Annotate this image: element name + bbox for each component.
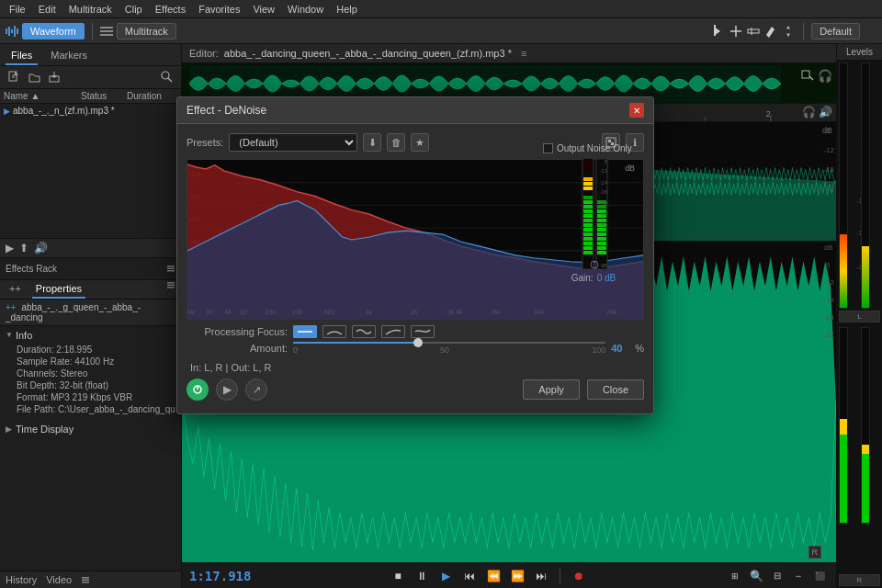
zoom-full-button[interactable]: ⬛ [810,567,829,585]
r-channel-label-lower: R [839,574,880,586]
history-tab[interactable]: History [6,574,37,585]
io-label: In: L, R | Out: L, R [187,362,644,373]
menu-multitrack[interactable]: Multitrack [63,2,118,17]
preset-download-button[interactable]: ⬇ [363,133,381,152]
workspace-default-button[interactable]: Default [811,23,860,40]
effects-rack-menu-icon[interactable] [166,264,175,273]
presets-dropdown[interactable]: (Default) [229,133,357,152]
r-lower-yellow [862,445,869,455]
focus-curve2-button[interactable] [352,325,376,338]
preset-favorite-button[interactable]: ★ [411,133,429,152]
db-scale-lower: dB -6 -12 -18 -24 -27 [823,243,834,339]
level-meter-l-lower [839,327,859,573]
zoom-out-button[interactable]: ⊟ [768,567,786,585]
menu-window[interactable]: Window [282,2,329,17]
amount-row: Amount: 0 50 100 40 % [187,342,644,355]
fast-forward-button[interactable]: ⏩ [508,567,526,585]
focus-flat-button[interactable] [293,325,317,338]
preset-delete-button[interactable]: 🗑 [387,133,405,152]
razor-tool-icon[interactable] [729,24,743,39]
import-file-icon[interactable] [46,69,62,85]
open-file-icon[interactable] [26,69,42,85]
fast-rewind-button[interactable]: ⏪ [484,567,503,585]
focus-curve1-button[interactable] [322,325,346,338]
new-file-icon[interactable] [6,69,22,85]
output-noise-checkbox[interactable] [543,143,553,153]
effects-rack-header[interactable]: Effects Rack [6,262,175,276]
rewind-to-start-button[interactable]: ⏮ [460,567,479,585]
pause-button[interactable]: ⏸ [413,567,431,585]
preview-play-button[interactable]: ▶ [216,379,238,401]
mini-export-button[interactable]: ⬆ [19,242,28,254]
l-lower-yellow [840,419,847,435]
info-section: ▼ Info Duration: 2:18.995 Sample Rate: 4… [0,326,181,421]
menu-file[interactable]: File [4,2,31,17]
properties-menu-icon[interactable] [166,280,175,289]
zoom-overview-icon[interactable] [800,67,815,84]
headphone-channel-icon[interactable]: 🎧 [802,106,816,119]
multitrack-mode-button[interactable]: Multitrack [117,23,176,40]
move-tool-icon[interactable] [781,24,796,39]
pencil-tool-icon[interactable] [763,24,778,39]
effects-prop-tab[interactable]: ++ [6,280,25,299]
svg-text:3k 4k: 3k 4k [447,309,463,315]
power-button[interactable] [187,379,209,401]
info-group-header[interactable]: ▼ Info [6,330,175,341]
svg-text:2k: 2k [411,309,418,315]
video-tab-menu-icon[interactable] [81,575,90,584]
file-list: ▶ abba_-_._n_(zf.m).mp3 * [0,104,181,238]
snap-button[interactable]: ⊞ [726,567,744,585]
dialog-actions: ▶ ↗ Apply Close [187,379,644,401]
video-tab[interactable]: Video [46,574,72,585]
effects-rack-label: Effects Rack [6,264,57,274]
time-display-section[interactable]: ▶ Time Display [0,421,181,437]
expand-workspaces-icon[interactable] [864,25,876,38]
apply-button[interactable]: Apply [523,379,580,400]
dialog-close-button[interactable]: ✕ [629,103,644,118]
svg-line-23 [168,78,172,82]
editor-menu-icon[interactable]: ≡ [521,48,526,59]
info-sample-rate: Sample Rate: 44100 Hz [6,356,175,368]
stop-button[interactable]: ■ [389,567,407,585]
files-tab[interactable]: Files [6,47,38,65]
close-button[interactable]: Close [587,379,644,400]
menu-edit[interactable]: Edit [33,2,62,17]
selection-tool-icon[interactable] [711,24,726,39]
svg-rect-96 [583,168,593,172]
svg-rect-27 [167,282,175,284]
menu-favorites[interactable]: Favorites [193,2,245,17]
markers-tab[interactable]: Markers [45,47,93,65]
zoom-in-button[interactable]: 🔍 [747,567,765,585]
svg-text:500: 500 [324,309,335,315]
record-button[interactable]: ⏺ [570,567,588,585]
output-noise-label: Output Noise Only [557,143,632,153]
svg-rect-3 [14,26,16,37]
speaker-channel-icon[interactable]: 🔊 [819,106,832,119]
amount-slider-track[interactable] [293,342,605,344]
svg-rect-94 [583,182,593,186]
headphones-icon[interactable]: 🎧 [818,69,832,83]
zoom-selection-button[interactable]: ↔ [789,567,808,585]
svg-rect-12 [748,29,759,33]
svg-rect-93 [583,187,593,190]
focus-curve4-button[interactable] [411,325,435,338]
forward-to-end-button[interactable]: ⏭ [532,567,550,585]
output-noise-section: Output Noise Only [543,143,644,283]
waveform-mode-button[interactable]: Waveform [22,23,85,40]
preview-export-button[interactable]: ↗ [245,379,267,401]
l-lower-bar [839,327,848,524]
mini-play-button[interactable]: ▶ [6,242,14,254]
curve3-icon [385,327,401,336]
search-files-icon[interactable] [159,69,175,85]
properties-prop-tab[interactable]: Properties [32,280,85,299]
menu-view[interactable]: View [247,2,280,17]
focus-curve3-button[interactable] [381,325,405,338]
play-button[interactable]: ▶ [436,567,455,585]
mini-speaker-button[interactable]: 🔊 [34,242,48,254]
stretch-tool-icon[interactable] [746,24,761,39]
curve4-icon [414,327,431,336]
menu-clip[interactable]: Clip [119,2,148,17]
menu-help[interactable]: Help [331,2,363,17]
menu-effects[interactable]: Effects [150,2,191,17]
file-list-item[interactable]: ▶ abba_-_._n_(zf.m).mp3 * [0,104,181,118]
